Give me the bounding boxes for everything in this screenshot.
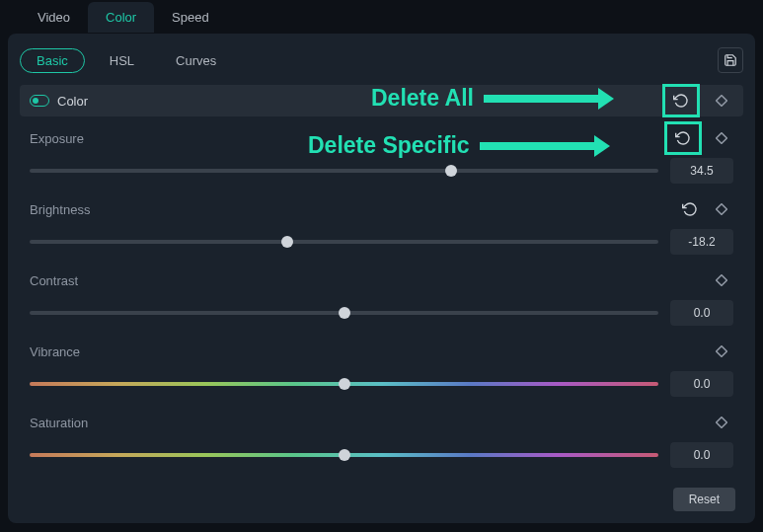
- color-panel: Basic HSL Curves Color: [8, 34, 755, 523]
- vibrance-slider[interactable]: [30, 382, 658, 386]
- svg-rect-3: [717, 275, 727, 286]
- save-icon: [724, 53, 737, 67]
- diamond-icon: [716, 417, 727, 428]
- saturation-slider[interactable]: [30, 453, 658, 457]
- svg-rect-2: [717, 204, 727, 215]
- tab-speed[interactable]: Speed: [154, 2, 227, 33]
- brightness-property: Brightness -18.2: [20, 188, 743, 259]
- contrast-keyframe-button[interactable]: [710, 268, 733, 292]
- exposure-reset-button[interactable]: [671, 126, 695, 150]
- svg-rect-4: [717, 346, 727, 357]
- svg-rect-5: [717, 418, 727, 428]
- diamond-icon: [716, 274, 727, 286]
- undo-icon: [675, 130, 691, 146]
- undo-icon: [682, 201, 698, 217]
- brightness-reset-button[interactable]: [678, 197, 702, 221]
- brightness-slider[interactable]: [30, 240, 658, 244]
- diamond-icon: [716, 132, 727, 144]
- color-section-header: Color: [20, 85, 743, 116]
- saturation-value[interactable]: 0.0: [670, 442, 733, 468]
- saturation-keyframe-button[interactable]: [710, 411, 733, 434]
- delete-specific-highlight: [664, 121, 702, 155]
- contrast-slider[interactable]: [30, 311, 658, 315]
- exposure-label: Exposure: [30, 131, 84, 146]
- tab-video[interactable]: Video: [20, 2, 88, 33]
- save-preset-button[interactable]: [718, 47, 743, 73]
- undo-icon: [673, 93, 689, 109]
- brightness-value[interactable]: -18.2: [670, 229, 733, 255]
- subtab-basic[interactable]: Basic: [20, 48, 85, 73]
- subtab-curves[interactable]: Curves: [159, 48, 233, 73]
- tab-color[interactable]: Color: [88, 2, 154, 33]
- contrast-value[interactable]: 0.0: [670, 300, 733, 326]
- exposure-slider[interactable]: [30, 169, 658, 173]
- contrast-label: Contrast: [30, 273, 78, 288]
- exposure-value[interactable]: 34.5: [670, 158, 733, 184]
- brightness-label: Brightness: [30, 202, 90, 217]
- exposure-keyframe-button[interactable]: [710, 126, 733, 150]
- color-toggle[interactable]: [30, 95, 49, 107]
- vibrance-label: Vibrance: [30, 344, 80, 359]
- contrast-property: Contrast 0.0: [20, 259, 743, 330]
- saturation-property: Saturation 0.0: [20, 401, 743, 472]
- vibrance-keyframe-button[interactable]: [710, 340, 733, 363]
- reset-button[interactable]: Reset: [673, 488, 735, 511]
- reset-all-button[interactable]: [669, 89, 693, 113]
- diamond-icon: [716, 203, 727, 215]
- diamond-icon: [716, 345, 727, 357]
- keyframe-all-button[interactable]: [710, 89, 733, 113]
- svg-rect-1: [717, 133, 727, 144]
- diamond-icon: [716, 95, 727, 107]
- svg-rect-0: [717, 96, 727, 107]
- color-section-title: Color: [57, 94, 88, 109]
- saturation-label: Saturation: [30, 416, 88, 430]
- vibrance-value[interactable]: 0.0: [670, 371, 733, 397]
- top-tab-bar: Video Color Speed: [0, 0, 763, 34]
- exposure-property: Exposure 34.5: [20, 116, 743, 188]
- sub-tab-bar: Basic HSL Curves: [20, 47, 743, 73]
- subtab-hsl[interactable]: HSL: [93, 48, 151, 73]
- delete-all-highlight: [662, 84, 700, 117]
- brightness-keyframe-button[interactable]: [710, 197, 733, 221]
- vibrance-property: Vibrance 0.0: [20, 330, 743, 401]
